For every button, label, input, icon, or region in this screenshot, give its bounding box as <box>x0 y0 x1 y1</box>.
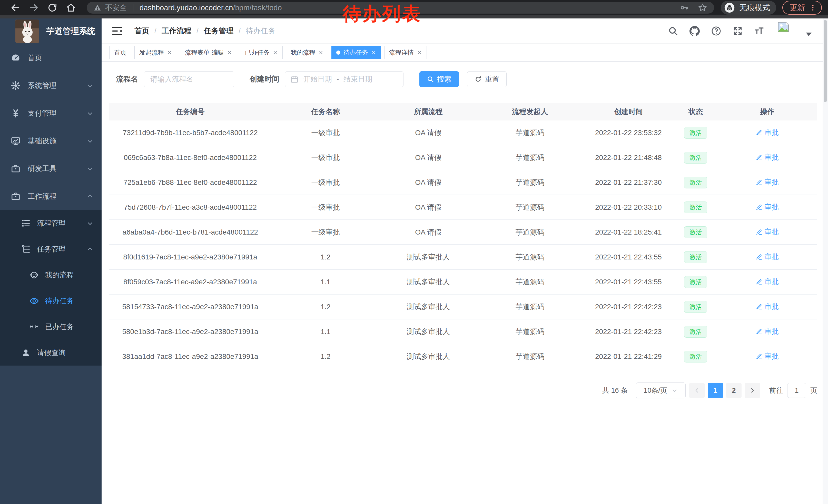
status-badge: 激活 <box>684 177 707 188</box>
tab-done-tasks[interactable]: 已办任务 <box>240 46 283 59</box>
approve-link[interactable]: 审批 <box>756 277 779 287</box>
col-header-starter: 流程发起人 <box>477 107 583 117</box>
approve-link[interactable]: 审批 <box>756 327 779 336</box>
sidebar-item-label: 工作流程 <box>28 191 56 201</box>
table-row: 725a1eb6-7b88-11ec-8ef0-acde48001122 一级审… <box>109 170 817 195</box>
date-range-separator: - <box>336 75 339 83</box>
close-icon[interactable] <box>273 50 278 55</box>
fullscreen-icon[interactable] <box>733 26 743 36</box>
task-time: 2022-01-21 22:43:55 <box>583 278 674 286</box>
approve-link[interactable]: 审批 <box>756 177 779 187</box>
pagination-total: 共 16 条 <box>602 386 628 395</box>
action-cell: 审批 <box>717 252 817 262</box>
approve-link[interactable]: 审批 <box>756 302 779 312</box>
next-page-button[interactable] <box>745 383 760 398</box>
search-icon[interactable] <box>668 26 678 36</box>
task-id: 725a1eb6-7b88-11ec-8ef0-acde48001122 <box>109 178 272 187</box>
password-key-icon[interactable] <box>680 3 689 12</box>
task-time: 2022-01-21 22:41:29 <box>583 353 674 361</box>
chevron-down-icon <box>86 220 94 227</box>
close-icon[interactable] <box>417 50 422 55</box>
col-header-task-id: 任务编号 <box>109 107 272 117</box>
end-date-placeholder[interactable]: 结束日期 <box>343 74 372 84</box>
close-icon[interactable] <box>371 50 376 55</box>
github-icon[interactable] <box>690 26 700 36</box>
security-label[interactable]: 不安全 <box>105 3 127 12</box>
task-process: OA 请假 <box>379 178 477 187</box>
sidebar-item-infra[interactable]: 基础设施 <box>0 127 101 155</box>
forward-icon[interactable] <box>29 3 39 13</box>
avatar[interactable] <box>776 20 798 42</box>
tab-my-process[interactable]: 我的流程 <box>286 46 328 59</box>
tab-process-detail[interactable]: 流程详情 <box>384 46 427 59</box>
help-icon[interactable] <box>711 26 721 36</box>
close-icon[interactable] <box>167 50 172 55</box>
status-badge: 激活 <box>684 276 707 288</box>
sidebar-item-task-mgmt[interactable]: 任务管理 <box>0 236 101 262</box>
reload-icon[interactable] <box>47 3 57 13</box>
approve-link[interactable]: 审批 <box>756 227 779 237</box>
task-name: 1.1 <box>272 328 379 336</box>
bookmark-star-icon[interactable] <box>698 3 707 12</box>
action-cell: 审批 <box>717 302 817 312</box>
page-scrollbar[interactable] <box>823 18 828 504</box>
approve-link[interactable]: 审批 <box>756 202 779 212</box>
font-size-icon[interactable] <box>754 26 764 36</box>
task-id: 75d72608-7b7f-11ec-a3c8-acde48001122 <box>109 203 272 212</box>
sidebar-item-leave-query[interactable]: 请假查询 <box>0 340 101 366</box>
sidebar-item-home[interactable]: 首页 <box>0 44 101 72</box>
prev-page-button[interactable] <box>689 383 705 398</box>
sidebar-item-done-tasks[interactable]: 已办任务 <box>0 314 101 340</box>
date-range-picker[interactable]: 开始日期 - 结束日期 <box>285 71 404 87</box>
pen-icon <box>756 278 762 285</box>
close-icon[interactable] <box>227 50 232 55</box>
start-date-placeholder[interactable]: 开始日期 <box>303 74 332 84</box>
avatar-dropdown-caret[interactable] <box>806 33 812 36</box>
sidebar-item-my-process[interactable]: 我的流程 <box>0 262 101 288</box>
sidebar-item-todo-tasks[interactable]: 待办任务 <box>0 288 101 314</box>
sidebar-item-payment[interactable]: 支付管理 <box>0 99 101 127</box>
task-id: 8f0d1619-7ac8-11ec-a9e2-a2380e71991a <box>109 253 272 261</box>
scrollbar-thumb[interactable] <box>824 20 827 102</box>
approve-link[interactable]: 审批 <box>756 252 779 262</box>
sidebar-item-process-mgmt[interactable]: 流程管理 <box>0 210 101 236</box>
page-button-1[interactable]: 1 <box>708 383 723 398</box>
sidebar: 芋道管理系统 首页 系统管理 支付管理 基础设施 <box>0 18 101 504</box>
breadcrumb-item-task-mgmt[interactable]: 任务管理 <box>204 26 234 36</box>
approve-link[interactable]: 审批 <box>756 128 779 137</box>
sidebar-collapse-icon[interactable] <box>111 25 123 37</box>
table-row: 73211d9d-7b9b-11ec-b5b7-acde48001122 一级审… <box>109 121 817 145</box>
chevron-down-icon <box>671 387 678 394</box>
task-time: 2022-01-21 22:43:55 <box>583 253 674 261</box>
tab-home[interactable]: 首页 <box>109 46 131 59</box>
tab-todo-tasks[interactable]: 待办任务 <box>331 46 381 59</box>
update-button[interactable]: 更新 <box>782 1 822 15</box>
tab-start-process[interactable]: 发起流程 <box>134 46 177 59</box>
home-icon[interactable] <box>66 3 76 13</box>
page-size-select[interactable]: 10条/页 <box>636 382 686 398</box>
page-button-2[interactable]: 2 <box>726 383 742 398</box>
process-name-input[interactable] <box>144 71 234 87</box>
search-button[interactable]: 搜索 <box>419 71 459 87</box>
status-cell: 激活 <box>674 127 717 139</box>
reset-button[interactable]: 重置 <box>467 71 507 87</box>
close-icon[interactable] <box>318 50 324 55</box>
jump-page-input[interactable] <box>787 383 806 398</box>
breadcrumb-item-workflow[interactable]: 工作流程 <box>162 26 191 36</box>
breadcrumb-item-home[interactable]: 首页 <box>134 26 149 36</box>
sidebar-item-workflow[interactable]: 工作流程 <box>0 183 101 210</box>
sidebar-item-devtools[interactable]: 研发工具 <box>0 155 101 183</box>
task-starter: 芋道源码 <box>477 178 583 187</box>
task-time: 2022-01-22 23:53:32 <box>583 129 674 137</box>
browser-menu-icon[interactable] <box>809 4 817 11</box>
action-cell: 审批 <box>717 352 817 362</box>
approve-link[interactable]: 审批 <box>756 352 779 361</box>
back-icon[interactable] <box>10 3 20 13</box>
task-name: 1.2 <box>272 353 379 361</box>
app-logo-row[interactable]: 芋道管理系统 <box>0 18 101 44</box>
tab-form-edit[interactable]: 流程表单-编辑 <box>180 46 237 59</box>
approve-label: 审批 <box>764 277 779 287</box>
sidebar-item-system[interactable]: 系统管理 <box>0 72 101 99</box>
task-starter: 芋道源码 <box>477 227 583 237</box>
approve-link[interactable]: 审批 <box>756 152 779 162</box>
